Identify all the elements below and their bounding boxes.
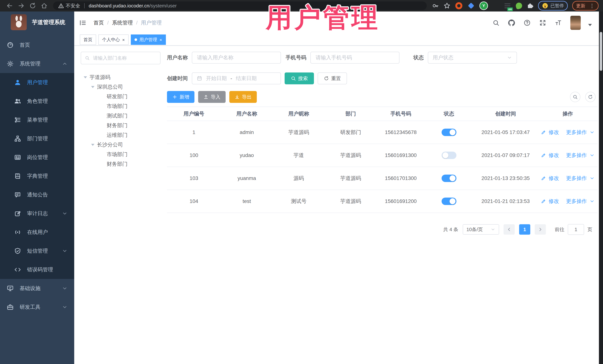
breadcrumb-home[interactable]: 首页	[93, 19, 104, 26]
edit-link[interactable]: 修改	[549, 175, 559, 182]
tree-node[interactable]: 长沙分公司	[81, 140, 161, 150]
chevron-down-icon[interactable]	[590, 176, 595, 181]
help-icon[interactable]	[524, 19, 531, 26]
edit-link[interactable]: 修改	[549, 152, 559, 159]
more-actions-link[interactable]: 更多操作	[566, 129, 587, 136]
extension-gem-icon[interactable]	[467, 2, 475, 10]
user-avatar[interactable]	[570, 16, 581, 30]
close-icon[interactable]	[122, 37, 125, 42]
sidebar-item-sms-mgmt[interactable]: 短信管理	[0, 242, 74, 260]
font-size-icon[interactable]	[555, 19, 562, 26]
security-warning[interactable]: 不安全	[58, 3, 80, 9]
more-actions-link[interactable]: 更多操作	[566, 152, 587, 159]
sidebar-item-role-mgmt[interactable]: 角色管理	[0, 92, 74, 110]
export-button[interactable]: 导出	[229, 91, 257, 103]
extension-switchy-icon[interactable]: on	[504, 2, 511, 10]
refresh-table-button[interactable]	[585, 92, 596, 102]
sidebar-item-dev-tools[interactable]: 研发工具	[0, 298, 74, 316]
more-actions-link[interactable]: 更多操作	[566, 198, 587, 205]
chevron-down-icon[interactable]	[590, 130, 595, 135]
extension-leaf-icon[interactable]	[515, 2, 523, 10]
extension-green-y-icon[interactable]	[479, 1, 488, 10]
status-toggle[interactable]	[441, 198, 456, 205]
username-input[interactable]	[197, 55, 276, 61]
tree-node[interactable]: 财务部门	[81, 159, 161, 169]
page-number-1[interactable]: 1	[519, 224, 530, 235]
extensions-puzzle-icon[interactable]	[527, 2, 533, 9]
tree-node[interactable]: 芋道源码	[81, 72, 161, 82]
edit-pencil-icon[interactable]	[541, 176, 546, 181]
status-toggle[interactable]	[441, 152, 456, 159]
sidebar-item-audit-log[interactable]: 审计日志	[0, 204, 74, 223]
breadcrumb-section[interactable]: 系统管理	[112, 19, 133, 26]
sidebar-item-menu-mgmt[interactable]: 菜单管理	[0, 110, 74, 129]
tree-caret-icon[interactable]	[91, 86, 94, 88]
search-icon[interactable]	[492, 19, 499, 26]
sidebar-item-label: 研发工具	[20, 304, 40, 311]
browser-menu-icon[interactable]: ⋮	[590, 3, 595, 9]
add-button[interactable]: 新增	[167, 91, 195, 103]
tab-home[interactable]: 首页	[80, 34, 96, 45]
status-toggle[interactable]	[441, 129, 456, 136]
sidebar-item-post-mgmt[interactable]: 岗位管理	[0, 148, 74, 167]
dept-search-input[interactable]	[93, 55, 156, 61]
tree-node[interactable]: 运维部门	[81, 130, 161, 140]
sidebar-item-online-users[interactable]: 在线用户	[0, 223, 74, 242]
sidebar-item-system[interactable]: 系统管理	[0, 54, 74, 73]
password-key-icon[interactable]	[432, 2, 439, 9]
more-actions-link[interactable]: 更多操作	[566, 175, 587, 182]
import-button[interactable]: 导入	[198, 91, 226, 103]
prev-page-button[interactable]	[504, 224, 515, 235]
address-bar[interactable]: 不安全 dashboard.yudao.iocoder.cn/system/us…	[53, 1, 427, 10]
mobile-input[interactable]	[315, 55, 395, 61]
bookmark-star-icon[interactable]	[443, 2, 451, 9]
tree-node[interactable]: 财务部门	[81, 121, 161, 130]
tree-node[interactable]: 市场部门	[81, 150, 161, 159]
github-icon[interactable]	[508, 19, 515, 26]
tab-profile[interactable]: 个人中心	[98, 34, 128, 45]
next-page-button[interactable]	[535, 224, 546, 235]
sidebar-item-notice[interactable]: 通知公告	[0, 185, 74, 204]
tree-node[interactable]: 市场部门	[81, 101, 161, 111]
sidebar-item-dict-mgmt[interactable]: 字典管理	[0, 167, 74, 185]
edit-pencil-icon[interactable]	[541, 153, 546, 158]
extension-ubuntu-icon[interactable]	[455, 2, 463, 10]
fullscreen-icon[interactable]	[539, 19, 546, 26]
page-size-select[interactable]: 10条/页	[463, 224, 499, 235]
edit-pencil-icon[interactable]	[541, 130, 546, 135]
toggle-search-button[interactable]	[570, 92, 580, 102]
avatar-caret-icon[interactable]	[588, 24, 592, 26]
sidebar-item-home[interactable]: 首页	[0, 36, 74, 54]
reload-icon[interactable]	[29, 2, 36, 9]
profile-chip[interactable]: 已暂停	[538, 1, 568, 11]
goto-page-input[interactable]	[568, 224, 584, 235]
search-button[interactable]: 搜索	[285, 72, 314, 84]
tab-user-mgmt[interactable]: 用户管理	[131, 34, 166, 45]
tree-caret-icon[interactable]	[91, 144, 94, 146]
chevron-down-icon[interactable]	[590, 199, 595, 204]
extension-grid-icon[interactable]	[492, 2, 499, 9]
edit-link[interactable]: 修改	[549, 129, 559, 136]
update-chip[interactable]: 更新 ⋮	[572, 1, 599, 11]
status-toggle[interactable]	[441, 175, 456, 182]
status-select[interactable]: 用户状态	[428, 52, 517, 64]
sidebar-item-dept-mgmt[interactable]: 部门管理	[0, 129, 74, 148]
sidebar-fold-icon[interactable]	[79, 19, 86, 26]
scrollbar-thumb[interactable]	[600, 32, 602, 71]
sidebar-item-error-code[interactable]: 错误码管理	[0, 260, 74, 279]
back-icon[interactable]	[6, 2, 13, 9]
sidebar-item-infra[interactable]: 基础设施	[0, 279, 74, 298]
tree-node[interactable]: 研发部门	[81, 92, 161, 101]
tree-node[interactable]: 测试部门	[81, 111, 161, 121]
home-icon[interactable]	[41, 2, 47, 9]
reset-button[interactable]: 重置	[318, 72, 347, 84]
tree-node[interactable]: 深圳总公司	[81, 82, 161, 92]
close-icon[interactable]	[159, 37, 162, 42]
edit-link[interactable]: 修改	[549, 198, 559, 205]
chevron-down-icon[interactable]	[590, 153, 595, 158]
edit-pencil-icon[interactable]	[541, 199, 546, 204]
date-range-picker[interactable]: 开始日期 - 结束日期	[192, 72, 281, 84]
forward-icon[interactable]	[18, 2, 24, 9]
sidebar-item-user-mgmt[interactable]: 用户管理	[0, 73, 74, 92]
tree-caret-icon[interactable]	[84, 76, 87, 78]
